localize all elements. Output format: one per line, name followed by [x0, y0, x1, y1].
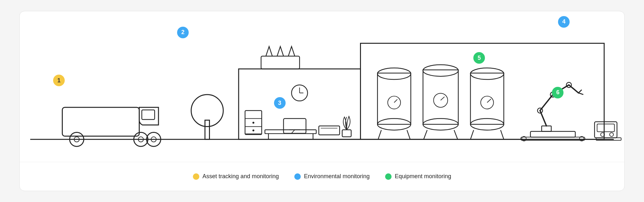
svg-rect-1 [62, 107, 139, 136]
badge-6: 6 [552, 87, 564, 98]
badge-2: 2 [177, 27, 189, 38]
svg-line-65 [579, 90, 582, 93]
svg-line-51 [470, 130, 474, 139]
svg-point-21 [252, 129, 254, 131]
svg-rect-68 [597, 124, 614, 132]
legend-bar: Asset tracking and monitoring Environmen… [20, 162, 624, 191]
svg-rect-12 [261, 56, 299, 69]
svg-line-59 [540, 95, 553, 111]
svg-line-43 [440, 97, 444, 100]
legend-label-env: Environmental monitoring [304, 173, 370, 180]
svg-point-20 [252, 122, 254, 124]
legend-item-env: Environmental monitoring [294, 173, 370, 180]
svg-point-70 [610, 133, 613, 136]
svg-rect-30 [342, 130, 351, 137]
svg-rect-2 [142, 110, 155, 120]
legend-dot-env [294, 173, 301, 180]
main-card: 1 2 3 4 5 6 Asset tracking and monitorin… [19, 11, 625, 191]
legend-dot-asset [193, 173, 199, 180]
svg-point-32 [377, 68, 411, 79]
svg-rect-25 [284, 119, 306, 133]
svg-line-66 [579, 93, 583, 95]
svg-line-50 [487, 99, 491, 103]
svg-line-44 [424, 130, 427, 139]
svg-rect-54 [542, 126, 551, 131]
svg-rect-53 [530, 131, 575, 137]
svg-line-45 [454, 130, 458, 139]
svg-point-10 [191, 95, 223, 127]
legend-item-asset: Asset tracking and monitoring [193, 173, 279, 180]
legend-item-equip: Equipment monitoring [385, 173, 451, 180]
svg-rect-11 [239, 69, 360, 139]
svg-rect-47 [470, 73, 504, 124]
svg-rect-33 [377, 73, 411, 124]
svg-rect-28 [319, 126, 340, 135]
legend-label-equip: Equipment monitoring [395, 173, 451, 180]
scene-area: 1 2 3 4 5 6 [20, 11, 624, 162]
badge-3: 3 [274, 97, 286, 109]
svg-line-52 [501, 130, 504, 139]
svg-line-37 [378, 130, 381, 139]
svg-rect-9 [205, 120, 210, 140]
svg-line-26 [291, 130, 295, 133]
svg-point-35 [388, 96, 401, 109]
svg-rect-40 [423, 70, 459, 124]
svg-point-39 [423, 65, 459, 76]
svg-line-38 [407, 130, 410, 139]
legend-label-asset: Asset tracking and monitoring [203, 173, 279, 180]
svg-line-61 [569, 85, 579, 93]
legend-dot-equip [385, 173, 392, 180]
svg-line-36 [394, 99, 397, 103]
badge-4: 4 [558, 16, 570, 28]
svg-point-46 [470, 68, 504, 79]
